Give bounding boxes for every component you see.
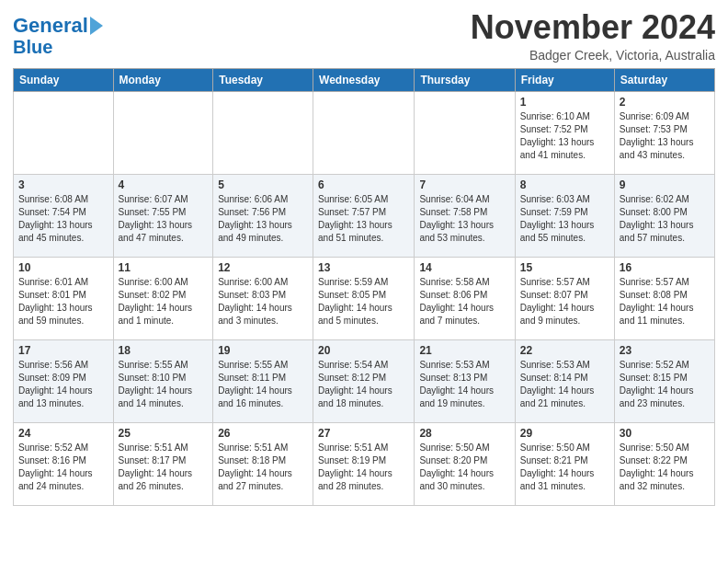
day-info: Sunrise: 5:53 AM Sunset: 8:14 PM Dayligh…	[520, 359, 609, 410]
day-number: 10	[18, 261, 108, 274]
day-info: Sunrise: 6:03 AM Sunset: 7:59 PM Dayligh…	[520, 193, 609, 245]
day-info: Sunrise: 5:51 AM Sunset: 8:19 PM Dayligh…	[318, 442, 409, 493]
logo-arrow-icon	[90, 17, 103, 35]
day-info: Sunrise: 6:09 AM Sunset: 7:53 PM Dayligh…	[620, 110, 710, 162]
calendar-table: SundayMondayTuesdayWednesdayThursdayFrid…	[13, 68, 715, 506]
day-number: 16	[620, 261, 710, 274]
day-number: 30	[620, 427, 710, 440]
day-info: Sunrise: 5:57 AM Sunset: 8:07 PM Dayligh…	[520, 276, 609, 327]
day-number: 2	[620, 96, 710, 109]
day-number: 22	[520, 344, 609, 357]
day-number: 12	[218, 261, 308, 274]
day-info: Sunrise: 5:50 AM Sunset: 8:21 PM Dayligh…	[520, 442, 609, 493]
day-number: 20	[318, 344, 409, 357]
day-info: Sunrise: 5:56 AM Sunset: 8:09 PM Dayligh…	[18, 359, 108, 410]
page: General Blue November 2024 Badger Creek,…	[0, 0, 728, 519]
logo-text: General	[13, 15, 88, 37]
day-info: Sunrise: 5:51 AM Sunset: 8:17 PM Dayligh…	[119, 442, 209, 493]
calendar-cell: 4Sunrise: 6:07 AM Sunset: 7:55 PM Daylig…	[113, 174, 213, 257]
day-number: 15	[520, 261, 609, 274]
calendar-cell	[313, 91, 415, 174]
weekday-header: Friday	[515, 68, 614, 91]
title-block: November 2024 Badger Creek, Victoria, Au…	[471, 9, 715, 63]
day-info: Sunrise: 5:55 AM Sunset: 8:10 PM Dayligh…	[119, 359, 209, 410]
calendar-cell: 2Sunrise: 6:09 AM Sunset: 7:53 PM Daylig…	[614, 91, 714, 174]
calendar-cell: 7Sunrise: 6:04 AM Sunset: 7:58 PM Daylig…	[415, 174, 515, 257]
day-number: 26	[218, 427, 308, 440]
calendar-cell: 10Sunrise: 6:01 AM Sunset: 8:01 PM Dayli…	[14, 257, 114, 339]
day-number: 6	[318, 178, 409, 191]
day-number: 25	[119, 427, 209, 440]
calendar-cell: 26Sunrise: 5:51 AM Sunset: 8:18 PM Dayli…	[213, 422, 313, 505]
weekday-header: Sunday	[14, 68, 114, 91]
day-number: 1	[520, 96, 609, 109]
calendar-cell: 3Sunrise: 6:08 AM Sunset: 7:54 PM Daylig…	[14, 174, 114, 257]
day-info: Sunrise: 5:50 AM Sunset: 8:20 PM Dayligh…	[419, 442, 509, 493]
calendar-cell: 29Sunrise: 5:50 AM Sunset: 8:21 PM Dayli…	[515, 422, 614, 505]
calendar-week-row: 3Sunrise: 6:08 AM Sunset: 7:54 PM Daylig…	[14, 174, 715, 257]
calendar-cell: 18Sunrise: 5:55 AM Sunset: 8:10 PM Dayli…	[113, 339, 213, 422]
day-number: 29	[520, 427, 609, 440]
calendar-cell: 14Sunrise: 5:58 AM Sunset: 8:06 PM Dayli…	[415, 257, 515, 339]
weekday-header: Tuesday	[213, 68, 313, 91]
calendar-cell: 9Sunrise: 6:02 AM Sunset: 8:00 PM Daylig…	[614, 174, 714, 257]
day-number: 21	[419, 344, 509, 357]
calendar-cell: 16Sunrise: 5:57 AM Sunset: 8:08 PM Dayli…	[614, 257, 714, 339]
calendar-cell	[415, 91, 515, 174]
calendar-cell: 27Sunrise: 5:51 AM Sunset: 8:19 PM Dayli…	[313, 422, 415, 505]
day-info: Sunrise: 5:53 AM Sunset: 8:13 PM Dayligh…	[419, 359, 509, 410]
calendar-cell: 15Sunrise: 5:57 AM Sunset: 8:07 PM Dayli…	[515, 257, 614, 339]
day-info: Sunrise: 5:50 AM Sunset: 8:22 PM Dayligh…	[620, 442, 710, 493]
calendar-cell	[213, 91, 313, 174]
day-info: Sunrise: 5:58 AM Sunset: 8:06 PM Dayligh…	[419, 276, 509, 327]
day-info: Sunrise: 5:54 AM Sunset: 8:12 PM Dayligh…	[318, 359, 409, 410]
calendar-cell: 6Sunrise: 6:05 AM Sunset: 7:57 PM Daylig…	[313, 174, 415, 257]
calendar-week-row: 1Sunrise: 6:10 AM Sunset: 7:52 PM Daylig…	[14, 91, 715, 174]
day-info: Sunrise: 6:00 AM Sunset: 8:03 PM Dayligh…	[218, 276, 308, 327]
day-info: Sunrise: 5:55 AM Sunset: 8:11 PM Dayligh…	[218, 359, 308, 410]
day-number: 5	[218, 178, 308, 191]
subtitle: Badger Creek, Victoria, Australia	[471, 48, 715, 63]
weekday-header: Saturday	[614, 68, 714, 91]
day-info: Sunrise: 6:04 AM Sunset: 7:58 PM Dayligh…	[419, 193, 509, 245]
calendar-cell: 19Sunrise: 5:55 AM Sunset: 8:11 PM Dayli…	[213, 339, 313, 422]
calendar-cell: 1Sunrise: 6:10 AM Sunset: 7:52 PM Daylig…	[515, 91, 614, 174]
day-number: 28	[419, 427, 509, 440]
calendar-cell: 11Sunrise: 6:00 AM Sunset: 8:02 PM Dayli…	[113, 257, 213, 339]
day-number: 11	[119, 261, 209, 274]
day-info: Sunrise: 5:51 AM Sunset: 8:18 PM Dayligh…	[218, 442, 308, 493]
day-number: 7	[419, 178, 509, 191]
calendar-cell: 12Sunrise: 6:00 AM Sunset: 8:03 PM Dayli…	[213, 257, 313, 339]
day-info: Sunrise: 5:57 AM Sunset: 8:08 PM Dayligh…	[620, 276, 710, 327]
calendar-week-row: 24Sunrise: 5:52 AM Sunset: 8:16 PM Dayli…	[14, 422, 715, 505]
calendar-header-row: SundayMondayTuesdayWednesdayThursdayFrid…	[14, 68, 715, 91]
weekday-header: Monday	[113, 68, 213, 91]
calendar-cell: 20Sunrise: 5:54 AM Sunset: 8:12 PM Dayli…	[313, 339, 415, 422]
header: General Blue November 2024 Badger Creek,…	[13, 9, 715, 63]
day-info: Sunrise: 6:06 AM Sunset: 7:56 PM Dayligh…	[218, 193, 308, 245]
day-number: 18	[119, 344, 209, 357]
day-number: 4	[119, 178, 209, 191]
day-info: Sunrise: 6:10 AM Sunset: 7:52 PM Dayligh…	[520, 110, 609, 162]
day-number: 8	[520, 178, 609, 191]
day-info: Sunrise: 5:59 AM Sunset: 8:05 PM Dayligh…	[318, 276, 409, 327]
calendar-cell: 23Sunrise: 5:52 AM Sunset: 8:15 PM Dayli…	[614, 339, 714, 422]
day-number: 9	[620, 178, 710, 191]
day-info: Sunrise: 6:05 AM Sunset: 7:57 PM Dayligh…	[318, 193, 409, 245]
calendar-cell: 21Sunrise: 5:53 AM Sunset: 8:13 PM Dayli…	[415, 339, 515, 422]
calendar-cell: 22Sunrise: 5:53 AM Sunset: 8:14 PM Dayli…	[515, 339, 614, 422]
day-number: 19	[218, 344, 308, 357]
logo: General Blue	[13, 15, 103, 57]
calendar-week-row: 17Sunrise: 5:56 AM Sunset: 8:09 PM Dayli…	[14, 339, 715, 422]
day-number: 17	[18, 344, 108, 357]
calendar-cell	[14, 91, 114, 174]
day-info: Sunrise: 5:52 AM Sunset: 8:16 PM Dayligh…	[18, 442, 108, 493]
calendar-week-row: 10Sunrise: 6:01 AM Sunset: 8:01 PM Dayli…	[14, 257, 715, 339]
weekday-header: Thursday	[415, 68, 515, 91]
day-info: Sunrise: 6:07 AM Sunset: 7:55 PM Dayligh…	[119, 193, 209, 245]
calendar-cell: 5Sunrise: 6:06 AM Sunset: 7:56 PM Daylig…	[213, 174, 313, 257]
calendar-cell: 17Sunrise: 5:56 AM Sunset: 8:09 PM Dayli…	[14, 339, 114, 422]
weekday-header: Wednesday	[313, 68, 415, 91]
calendar-cell: 13Sunrise: 5:59 AM Sunset: 8:05 PM Dayli…	[313, 257, 415, 339]
day-info: Sunrise: 6:00 AM Sunset: 8:02 PM Dayligh…	[119, 276, 209, 327]
